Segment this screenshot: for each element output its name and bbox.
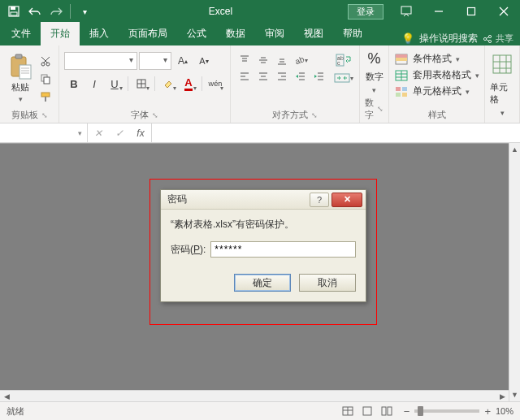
align-center-icon[interactable] <box>254 68 272 84</box>
increase-font-icon[interactable]: A▴ <box>173 52 193 70</box>
decrease-font-icon[interactable]: A▾ <box>194 52 214 70</box>
orientation-icon[interactable]: ab▾ <box>292 52 310 68</box>
align-top-icon[interactable] <box>236 52 254 68</box>
merge-center-icon[interactable]: ▾ <box>333 70 354 86</box>
align-bottom-icon[interactable] <box>273 52 291 68</box>
tab-insert[interactable]: 插入 <box>80 22 119 45</box>
minimize-button[interactable] <box>422 0 455 23</box>
number-format-icon[interactable]: % <box>367 50 380 67</box>
dialog-titlebar[interactable]: 密码 ? ✕ <box>161 190 366 210</box>
align-left-icon[interactable] <box>236 68 254 84</box>
wrap-text-icon[interactable]: abc <box>333 52 354 68</box>
align-right-icon[interactable] <box>273 68 291 84</box>
login-button[interactable]: 登录 <box>348 4 384 19</box>
alignment-launcher-icon[interactable]: ⤡ <box>311 111 318 119</box>
tab-home[interactable]: 开始 <box>41 22 80 45</box>
svg-rect-82 <box>388 407 392 415</box>
tab-layout[interactable]: 页面布局 <box>119 22 177 45</box>
group-clipboard: 粘贴 ▾ 剪贴板⤡ <box>0 45 59 123</box>
qat-customize-icon[interactable]: ▾ <box>76 2 93 20</box>
border-button[interactable]: ▾ <box>132 75 151 93</box>
clipboard-launcher-icon[interactable]: ⤡ <box>41 111 48 119</box>
vertical-scrollbar[interactable]: ▲▼ <box>509 143 520 401</box>
underline-button[interactable]: U▾ <box>105 75 124 93</box>
group-clipboard-label: 剪贴板 <box>11 109 38 121</box>
undo-icon[interactable] <box>26 2 44 20</box>
tab-review[interactable]: 审阅 <box>255 22 294 45</box>
cells-icon[interactable] <box>490 52 514 76</box>
view-page-break-icon[interactable] <box>378 405 396 418</box>
svg-rect-58 <box>335 74 349 82</box>
bold-button[interactable]: B <box>64 75 84 93</box>
svg-rect-60 <box>396 54 407 58</box>
copy-icon[interactable] <box>37 71 54 86</box>
close-button[interactable] <box>488 0 520 23</box>
zoom-slider[interactable] <box>414 409 479 413</box>
tab-file[interactable]: 文件 <box>2 22 41 45</box>
maximize-button[interactable] <box>455 0 488 23</box>
password-input[interactable] <box>210 241 356 258</box>
dialog-help-button[interactable]: ? <box>310 193 329 207</box>
font-size-combo[interactable] <box>139 52 171 70</box>
svg-rect-26 <box>45 97 46 102</box>
decrease-indent-icon[interactable] <box>292 68 310 84</box>
dialog-message: “素材表格.xlsx”有密码保护。 <box>171 218 356 232</box>
svg-rect-2 <box>11 12 17 15</box>
tellme-label[interactable]: 操作说明搜索 <box>419 32 478 45</box>
cell-styles-button[interactable]: 单元格样式▾ <box>394 84 470 98</box>
ribbon-tabs: 文件 开始 插入 页面布局 公式 数据 审阅 视图 帮助 💡 操作说明搜索 共享 <box>0 23 520 45</box>
save-icon[interactable] <box>5 2 23 20</box>
ribbon-options-icon[interactable] <box>390 0 422 23</box>
font-name-combo[interactable] <box>64 52 137 70</box>
formula-bar: ✕ ✓ fx <box>0 123 520 143</box>
tab-formulas[interactable]: 公式 <box>177 22 216 45</box>
svg-text:ab: ab <box>294 54 305 66</box>
paste-button[interactable]: 粘贴 ▾ <box>5 54 36 103</box>
dialog-close-button[interactable]: ✕ <box>332 193 362 207</box>
phonetic-button[interactable]: wén▾ <box>206 75 225 93</box>
zoom-in-button[interactable]: + <box>484 405 491 418</box>
tab-view[interactable]: 视图 <box>294 22 333 45</box>
redo-icon[interactable] <box>47 2 65 20</box>
fill-color-button[interactable]: ▾ <box>158 75 178 93</box>
dialog-title: 密码 <box>167 193 187 206</box>
conditional-format-button[interactable]: 条件格式▾ <box>394 52 460 66</box>
group-alignment-label: 对齐方式 <box>272 109 308 121</box>
ok-button[interactable]: 确定 <box>234 274 291 292</box>
cut-icon[interactable] <box>37 54 54 68</box>
name-box[interactable] <box>0 123 88 142</box>
title-bar: ▾ Excel 登录 <box>0 0 520 23</box>
tab-help[interactable]: 帮助 <box>333 22 372 45</box>
group-font-label: 字体 <box>131 109 149 121</box>
group-font: A▴ A▾ B I U▾ ▾ ▾ A▾ wén▾ 字体⤡ <box>59 45 231 123</box>
cancel-button[interactable]: 取消 <box>299 274 356 292</box>
zoom-out-button[interactable]: − <box>404 405 410 418</box>
group-styles-label: 样式 <box>428 109 446 121</box>
zoom-percent[interactable]: 10% <box>496 406 514 416</box>
format-painter-icon[interactable] <box>37 89 54 104</box>
formula-input[interactable] <box>152 123 520 142</box>
font-color-button[interactable]: A▾ <box>179 75 198 93</box>
italic-button[interactable]: I <box>84 75 104 93</box>
number-dropdown-icon[interactable]: ▾ <box>372 86 376 94</box>
enter-formula-icon[interactable]: ✓ <box>109 128 130 139</box>
font-launcher-icon[interactable]: ⤡ <box>152 111 158 119</box>
increase-indent-icon[interactable] <box>310 68 328 84</box>
svg-rect-24 <box>44 77 50 84</box>
share-button[interactable]: 共享 <box>483 32 514 45</box>
number-launcher-icon[interactable]: ⤡ <box>377 105 384 113</box>
fx-icon[interactable]: fx <box>130 128 151 139</box>
view-normal-icon[interactable] <box>339 405 357 418</box>
svg-rect-14 <box>15 54 22 58</box>
horizontal-scrollbar[interactable]: ◀▶ <box>0 390 509 401</box>
cells-dropdown-icon[interactable]: ▾ <box>500 109 505 117</box>
tab-data[interactable]: 数据 <box>216 22 255 45</box>
svg-rect-80 <box>363 407 371 415</box>
align-middle-icon[interactable] <box>254 52 272 68</box>
cancel-formula-icon[interactable]: ✕ <box>88 128 109 139</box>
status-ready: 就绪 <box>6 405 24 418</box>
svg-rect-5 <box>468 8 475 15</box>
format-as-table-button[interactable]: 套用表格格式▾ <box>394 68 479 82</box>
svg-rect-3 <box>401 6 411 14</box>
view-page-layout-icon[interactable] <box>358 405 376 418</box>
